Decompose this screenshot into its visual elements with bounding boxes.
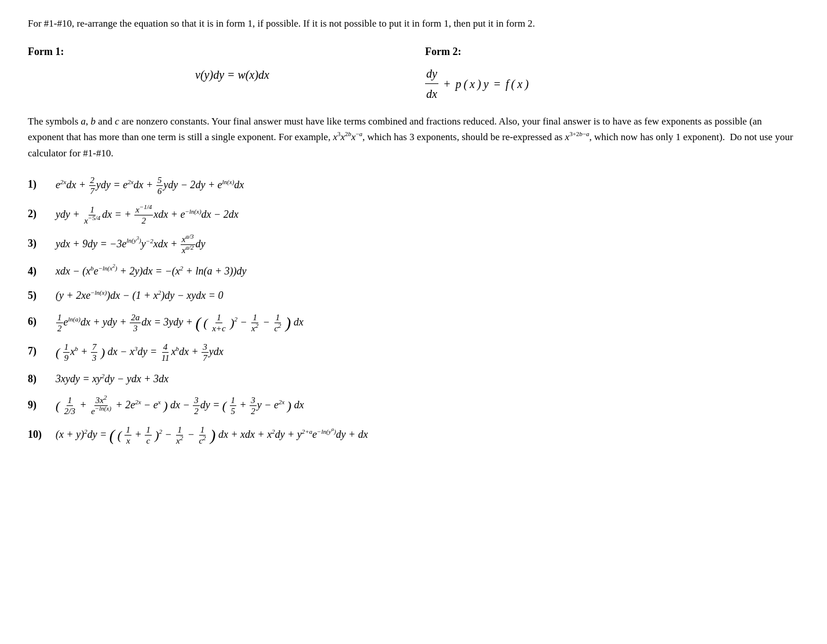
problem-5: 5) (y + 2xe−ln(x))dx − (1 + x2)dy − xydx… — [28, 288, 799, 304]
problem-4: 4) xdx − (xbe−ln(x2) + 2y)dx = −(x2 + ln… — [28, 264, 799, 280]
intro-paragraph: For #1-#10, re-arrange the equation so t… — [28, 16, 799, 31]
problem-9: 9) ( 12/3 + 3x2e−ln(x) + 2e2x − ex ) dx … — [28, 395, 799, 416]
problem-7: 7) ( 19xb + 73 ) dx − x3dy = 411xbdx + 3… — [28, 342, 799, 363]
problem-10: 10) (x + y)2dy = ( ( 1x + 1c )2 − 1x2 − … — [28, 425, 799, 446]
form1-label: Form 1: — [28, 44, 402, 60]
form1-equation: v(y)dy = w(x)dx — [63, 66, 402, 84]
problem-1: 1) e2xdx + 27ydy = e2xdx + 56ydy − 2dy +… — [28, 175, 799, 196]
problem-6: 6) 12eln(a)dx + ydy + 2a3dx = 3ydy + ( (… — [28, 312, 799, 334]
description-paragraph: The symbols a, b and c are nonzero const… — [28, 114, 799, 161]
problem-2: 2) ydy + 1x−5/4dx = + x−1/42xdx + e−ln(x… — [28, 204, 799, 226]
problem-8: 8) 3xydy = xy2dy − ydx + 3dx — [28, 371, 799, 387]
form2-label: Form 2: — [425, 44, 461, 60]
problem-3: 3) ydx + 9dy = −3eln(y3)y−2xdx + xa/3xa/… — [28, 234, 799, 255]
form2-equation: dy dx + p(x)y = f(x) — [425, 65, 529, 103]
